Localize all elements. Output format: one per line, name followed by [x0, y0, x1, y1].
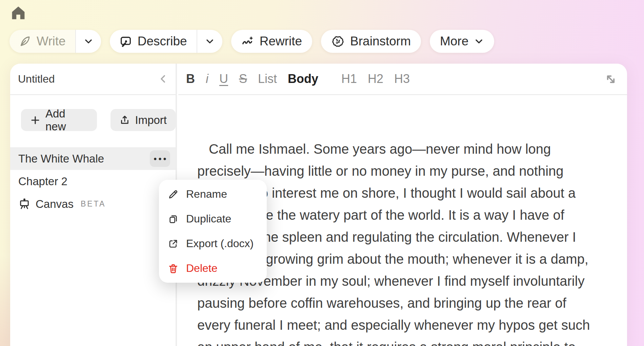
menu-item-label: Rename: [186, 188, 227, 200]
expand-button[interactable]: [603, 72, 618, 87]
import-label: Import: [135, 114, 167, 127]
sidebar: Untitled Add new: [10, 64, 177, 346]
pencil-icon: [168, 189, 179, 200]
picture-brush-icon: [119, 35, 132, 48]
sidebar-collapse-button[interactable]: [157, 73, 169, 85]
sidebar-actions: Add new Import: [21, 109, 176, 131]
write-label: Write: [37, 34, 66, 48]
beta-badge: BETA: [81, 199, 106, 209]
chevron-down-icon: [83, 36, 94, 46]
document-panel: Untitled Add new: [10, 64, 627, 346]
write-button[interactable]: Write: [9, 30, 75, 53]
underline-button[interactable]: U: [219, 72, 228, 86]
document-item-chapter-2[interactable]: Chapter 2: [10, 170, 176, 193]
rename-menu-item[interactable]: Rename: [159, 182, 267, 207]
ai-toolbar: Write Describe: [9, 30, 494, 53]
add-new-button[interactable]: Add new: [21, 109, 97, 131]
project-title: Untitled: [18, 73, 55, 85]
write-dropdown-button[interactable]: [75, 30, 101, 53]
easel-icon: [18, 198, 31, 210]
format-toolbar: B i U S List Body H1 H2 H3: [178, 64, 627, 95]
document-list: The White Whale ••• Chapter 2 Canvas: [10, 147, 176, 215]
heading2-button[interactable]: H2: [368, 72, 383, 86]
trash-icon: [168, 263, 179, 274]
document-item-canvas[interactable]: Canvas BETA: [10, 193, 176, 215]
brainstorm-label: Brainstorm: [350, 34, 411, 48]
document-label: Canvas: [36, 198, 74, 211]
list-button[interactable]: List: [258, 72, 277, 86]
menu-item-label: Export (.docx): [186, 237, 254, 250]
brain-icon: [331, 35, 345, 48]
heading3-button[interactable]: H3: [394, 72, 410, 86]
write-button-group: Write: [9, 30, 101, 53]
rewrite-label: Rewrite: [260, 34, 302, 48]
more-label: More: [440, 34, 468, 48]
expand-diagonal-icon: [603, 72, 618, 87]
delete-menu-item[interactable]: Delete: [159, 256, 267, 281]
chevron-down-icon: [474, 36, 484, 46]
plus-icon: [30, 115, 41, 126]
add-new-label: Add new: [45, 107, 88, 133]
import-button[interactable]: Import: [110, 109, 176, 131]
describe-button-group: Describe: [110, 30, 222, 53]
quill-icon: [19, 35, 31, 47]
bold-button[interactable]: B: [186, 72, 195, 86]
export-docx-menu-item[interactable]: Export (.docx): [159, 231, 267, 256]
document-label: The White Whale: [18, 152, 104, 165]
text-line: Call me Ishmael. Some years ago—never mi…: [197, 138, 627, 160]
external-link-icon: [168, 238, 179, 249]
chevron-down-icon: [205, 36, 215, 46]
document-options-button[interactable]: •••: [150, 150, 170, 167]
home-icon: [10, 4, 26, 21]
more-button[interactable]: More: [430, 30, 494, 53]
heading1-button[interactable]: H1: [341, 72, 357, 86]
text-line: pausing before coffin warehouses, and br…: [197, 292, 627, 314]
upload-icon: [119, 115, 130, 126]
rewrite-button[interactable]: Rewrite: [231, 30, 312, 53]
describe-button[interactable]: Describe: [110, 30, 197, 53]
duplicate-menu-item[interactable]: Duplicate: [159, 207, 267, 231]
describe-label: Describe: [138, 34, 187, 48]
sidebar-header: Untitled: [10, 64, 176, 95]
italic-button[interactable]: i: [206, 72, 208, 86]
text-line: precisely—having little or no money in m…: [197, 160, 627, 182]
describe-dropdown-button[interactable]: [197, 30, 222, 53]
menu-item-label: Duplicate: [186, 213, 231, 225]
text-line: an upper hand of me, that it requires a …: [197, 336, 627, 346]
brainstorm-button[interactable]: Brainstorm: [321, 30, 421, 53]
chevron-left-icon: [157, 73, 169, 85]
document-item-the-white-whale[interactable]: The White Whale •••: [10, 147, 176, 170]
strikethrough-button[interactable]: S: [239, 72, 247, 86]
document-context-menu: Rename Duplicate Export (.docx): [159, 180, 267, 283]
text-line: every funeral I meet; and especially whe…: [197, 314, 627, 336]
menu-item-label: Delete: [186, 262, 218, 275]
duplicate-icon: [168, 214, 179, 224]
home-button[interactable]: [10, 4, 26, 21]
document-label: Chapter 2: [18, 175, 67, 188]
body-style-button[interactable]: Body: [288, 72, 318, 86]
scribble-star-icon: [241, 35, 254, 48]
